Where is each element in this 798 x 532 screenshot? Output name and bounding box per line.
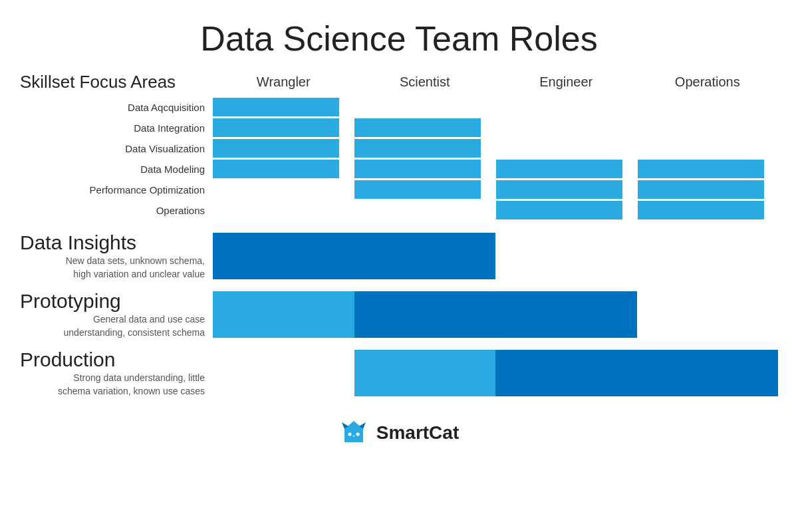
svg-point-4 (356, 432, 359, 436)
col-header-scientist: Scientist (354, 74, 496, 90)
skill-row: Data Integration (20, 118, 778, 137)
skill-bars (213, 180, 778, 199)
group-bars (213, 350, 778, 396)
bar-cell (213, 201, 353, 219)
skill-bars (213, 98, 778, 116)
bar-cell (638, 201, 778, 219)
skills-grid: Data AqcquisitionData IntegrationData Vi… (20, 98, 778, 219)
group-bar-cell (354, 233, 496, 279)
bar-cell (638, 160, 778, 178)
skill-label: Data Integration (20, 122, 213, 134)
brand-name: SmartCat (376, 422, 459, 444)
group-bar-cell (637, 291, 779, 338)
svg-marker-0 (344, 421, 363, 442)
group-left: Data InsightsNew data sets, unknown sche… (20, 231, 213, 281)
group-desc: Strong data understanding, little schema… (20, 372, 213, 398)
group-bar-cell (637, 233, 779, 279)
page-title: Data Science Team Roles (0, 0, 798, 72)
bar-cell (496, 98, 636, 116)
skill-bars (213, 201, 778, 219)
skill-label: Operations (20, 205, 213, 216)
header-row: Skillset Focus Areas Wrangler Scientist … (20, 72, 778, 92)
skill-label: Data Aqcquisition (20, 102, 213, 113)
skill-bars (213, 118, 778, 137)
col-header-wrangler: Wrangler (213, 74, 354, 90)
group-bar-cell (213, 350, 354, 396)
bar-cell (496, 118, 636, 137)
bar-cell (638, 118, 778, 137)
group-bar-cell (354, 291, 496, 338)
bar-cell (496, 180, 636, 199)
bar-fill (638, 160, 764, 178)
bar-cell (354, 201, 495, 219)
bar-fill (354, 118, 481, 137)
bar-fill (496, 201, 622, 219)
group-bars (213, 233, 778, 279)
skill-row: Data Aqcquisition (20, 98, 778, 116)
bar-cell (496, 201, 636, 219)
bar-cell (213, 98, 353, 116)
skill-row: Performance Optimization (20, 180, 778, 199)
group-bars (213, 291, 778, 338)
bar-cell (213, 139, 353, 158)
bar-fill (354, 160, 481, 178)
bar-fill (638, 180, 764, 199)
group-desc: New data sets, unknown schema, high vari… (20, 255, 213, 281)
group-bar-cell (637, 350, 779, 396)
bar-fill (354, 180, 481, 199)
main-content: Skillset Focus Areas Wrangler Scientist … (0, 72, 798, 398)
groups-container: Data InsightsNew data sets, unknown sche… (20, 231, 778, 398)
skillset-section: Data AqcquisitionData IntegrationData Vi… (20, 98, 778, 219)
group-bar-cell (495, 233, 637, 279)
group-row: ProductionStrong data understanding, lit… (20, 348, 778, 398)
group-bar-cell (495, 291, 637, 338)
group-row: Data InsightsNew data sets, unknown sche… (20, 231, 778, 281)
skill-row: Data Visualization (20, 139, 778, 158)
group-bar-cell (354, 350, 496, 396)
group-bar-cell (213, 233, 354, 279)
group-title: Production (20, 348, 213, 370)
bar-cell (213, 160, 353, 178)
skill-label: Data Visualization (20, 143, 213, 154)
bar-cell (354, 180, 495, 199)
bar-cell (213, 118, 353, 137)
group-bar-cell (213, 291, 354, 338)
bar-cell (638, 98, 778, 116)
skill-row: Operations (20, 201, 778, 219)
col-header-engineer: Engineer (495, 74, 637, 90)
bar-fill (213, 98, 339, 116)
bar-fill (354, 139, 481, 158)
group-left: PrototypingGeneral data and use case und… (20, 290, 213, 339)
footer: SmartCat (0, 418, 798, 448)
bar-fill (496, 180, 622, 199)
group-left: ProductionStrong data understanding, lit… (20, 348, 213, 398)
bar-cell (496, 160, 636, 178)
bar-cell (213, 180, 353, 199)
bar-cell (638, 139, 778, 158)
bar-cell (354, 118, 495, 137)
bar-cell (354, 160, 495, 178)
column-headers: Wrangler Scientist Engineer Operations (213, 74, 778, 90)
bar-cell (496, 139, 636, 158)
bar-cell (354, 139, 495, 158)
bar-fill (496, 160, 622, 178)
group-row: PrototypingGeneral data and use case und… (20, 290, 778, 339)
bar-fill (638, 201, 764, 219)
group-title: Prototyping (20, 290, 213, 312)
bar-fill (213, 160, 339, 178)
group-desc: General data and use case understanding,… (20, 313, 213, 339)
skill-label: Performance Optimization (20, 184, 213, 196)
col-header-operations: Operations (637, 74, 779, 90)
skill-bars (213, 139, 778, 158)
bar-cell (638, 180, 778, 199)
skill-bars (213, 160, 778, 178)
skill-row: Data Modeling (20, 160, 778, 178)
group-bar-cell (495, 350, 637, 396)
bar-fill (213, 139, 339, 158)
group-title: Data Insights (20, 231, 213, 253)
svg-point-3 (348, 432, 351, 436)
bar-fill (213, 118, 339, 137)
skillset-focus-label: Skillset Focus Areas (20, 72, 213, 92)
bar-cell (354, 98, 495, 116)
smartcat-logo-icon (339, 418, 368, 448)
